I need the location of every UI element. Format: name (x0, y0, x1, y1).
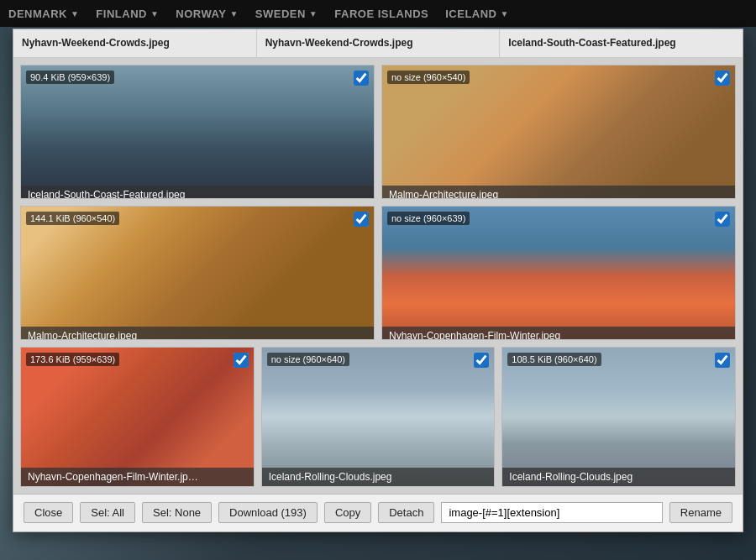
image-photo-3 (382, 207, 735, 340)
rename-button[interactable]: Rename (669, 502, 732, 523)
image-badge-b1: no size (960×640) (267, 353, 349, 366)
image-label-2: Malmo-Architecture.jpeg (21, 327, 374, 340)
image-card-bottom-0[interactable]: 173.6 KiB (959×639) Nyhavn-Copenhagen-Fi… (20, 347, 255, 487)
image-photo-b2 (502, 348, 735, 486)
image-card-bottom-1[interactable]: no size (960×640) Iceland-Rolling-Clouds… (261, 347, 496, 487)
image-badge-0: 90.4 KiB (959×639) (26, 71, 114, 84)
modal-footer: Close Sel: All Sel: None Download (193) … (13, 494, 743, 531)
header-filename-1: Nyhavn-Weekend-Crowds.jpeg (13, 29, 257, 58)
modal-header: Nyhavn-Weekend-Crowds.jpeg Nyhavn-Weeken… (13, 29, 743, 59)
image-badge-b0: 173.6 KiB (959×639) (26, 353, 119, 366)
image-card-bottom-2[interactable]: 108.5 KiB (960×640) Iceland-Rolling-Clou… (501, 347, 736, 487)
image-card-3[interactable]: no size (960×639) Nyhavn-Copenhagen-Film… (381, 206, 736, 340)
modal-overlay: Nyhavn-Weekend-Crowds.jpeg Nyhavn-Weeken… (0, 0, 756, 560)
image-checkbox-b0[interactable] (234, 353, 249, 368)
image-card-0[interactable]: 90.4 KiB (959×639) Iceland-South-Coast-F… (20, 65, 375, 199)
image-photo-2 (21, 207, 374, 340)
image-checkbox-3[interactable] (715, 212, 730, 227)
image-card-2[interactable]: 144.1 KiB (960×540) Malmo-Architecture.j… (20, 206, 375, 340)
image-card-1[interactable]: no size (960×540) Malmo-Architecture.jpe… (381, 65, 736, 199)
header-filename-2: Nyhavn-Weekend-Crowds.jpeg (257, 29, 501, 58)
image-photo-b0 (21, 348, 254, 486)
image-checkbox-0[interactable] (354, 71, 369, 86)
detach-button[interactable]: Detach (378, 502, 434, 523)
download-button[interactable]: Download (193) (218, 502, 318, 523)
rename-input[interactable] (441, 502, 662, 523)
image-checkbox-b1[interactable] (474, 353, 489, 368)
image-photo-1 (382, 65, 735, 199)
image-label-b2: Iceland-Rolling-Clouds.jpeg (502, 468, 735, 486)
image-checkbox-b2[interactable] (715, 353, 730, 368)
image-grid: 90.4 KiB (959×639) Iceland-South-Coast-F… (13, 58, 743, 347)
image-checkbox-1[interactable] (715, 71, 730, 86)
sel-none-button[interactable]: Sel: None (142, 502, 212, 523)
image-label-1: Malmo-Architecture.jpeg (382, 186, 735, 199)
image-label-b1: Iceland-Rolling-Clouds.jpeg (262, 468, 495, 486)
image-badge-1: no size (960×540) (387, 71, 470, 84)
image-badge-b2: 108.5 KiB (960×640) (507, 353, 601, 366)
image-badge-2: 144.1 KiB (960×540) (26, 212, 119, 225)
sel-all-button[interactable]: Sel: All (80, 502, 135, 523)
modal-dialog: Nyhavn-Weekend-Crowds.jpeg Nyhavn-Weeken… (13, 29, 743, 532)
image-label-0: Iceland-South-Coast-Featured.jpeg (21, 186, 374, 199)
image-label-b0: Nyhavn-Copenhagen-Film-Winter.jp… (21, 468, 254, 486)
image-photo-0 (21, 65, 374, 199)
image-badge-3: no size (960×639) (387, 212, 470, 225)
image-checkbox-2[interactable] (354, 212, 369, 227)
header-filename-3: Iceland-South-Coast-Featured.jpeg (500, 29, 743, 58)
close-button[interactable]: Close (24, 502, 73, 523)
image-photo-b1 (262, 348, 495, 486)
copy-button[interactable]: Copy (324, 502, 371, 523)
bottom-row: 173.6 KiB (959×639) Nyhavn-Copenhagen-Fi… (13, 347, 743, 494)
image-label-3: Nyhavn-Copenhagen-Film-Winter.jpeg (382, 327, 735, 340)
